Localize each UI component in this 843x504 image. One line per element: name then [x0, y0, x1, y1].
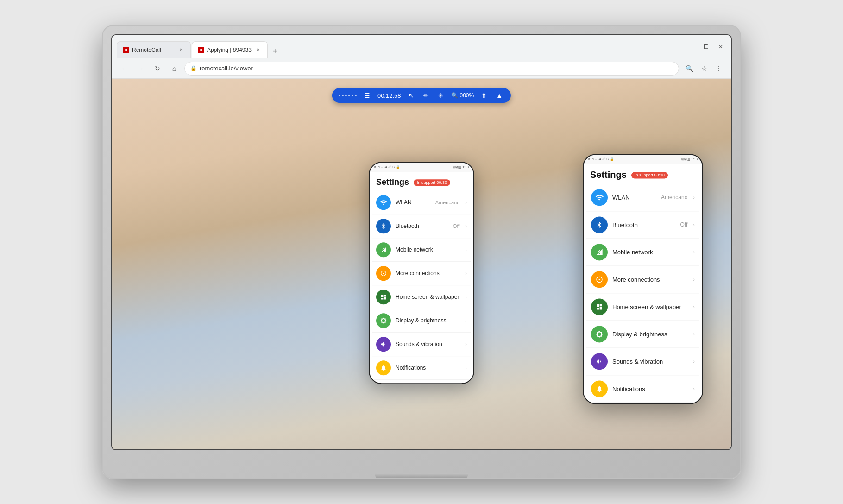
zoom-control: 🔍 000% [451, 92, 474, 99]
settings-item-connections-center[interactable]: More connections › [372, 262, 471, 285]
laptop-shell: R RemoteCall ✕ R Applying | 894933 ✕ + —… [102, 25, 741, 479]
home-nav-button[interactable]: ⌂ [168, 62, 181, 75]
settings-item-display-center[interactable]: Display & brightness › [372, 309, 471, 333]
connections-chevron-center: › [465, 271, 467, 276]
settings-item-display-large[interactable]: Display & brightness › [586, 321, 699, 348]
wlan-chevron-center: › [465, 200, 467, 205]
connections-label-center: More connections [396, 270, 460, 277]
sounds-chevron-center: › [465, 341, 467, 347]
sounds-chevron-large: › [693, 359, 695, 364]
display-label-large: Display & brightness [612, 331, 688, 338]
grip-dot-6 [355, 94, 357, 96]
wlan-icon-large [591, 189, 608, 206]
settings-item-notifications-center[interactable]: Notifications › [372, 356, 471, 380]
wlan-value-center: Americano [435, 200, 460, 205]
tab-label-applying: Applying | 894933 [207, 47, 252, 53]
settings-item-homescreen-large[interactable]: Home screen & wallpaper › [586, 293, 699, 321]
minimize-button[interactable]: — [686, 41, 697, 52]
settings-item-sounds-center[interactable]: Sounds & vibration › [372, 333, 471, 356]
settings-title-center: Settings [376, 177, 409, 187]
settings-item-notifications-large[interactable]: Notifications › [586, 375, 699, 403]
window-controls: — ⧠ ✕ [686, 41, 726, 52]
notifications-chevron-large: › [693, 386, 695, 391]
pen-icon-button[interactable]: ✏ [422, 91, 431, 100]
homescreen-icon-large [591, 298, 608, 315]
mobile-chevron-large: › [693, 249, 695, 255]
phone-screen-center: Settings In support 00:30 WLAN Americano… [370, 172, 473, 383]
chrome-tab-bar: R RemoteCall ✕ R Applying | 894933 ✕ + —… [112, 35, 731, 58]
phone-status-bar-center: K₁²G₄ ᵥ4 ☄ G 🔒 ⊞⊠◫ 1:13 [370, 163, 473, 172]
settings-item-wlan-large[interactable]: WLAN Americano › [586, 184, 699, 211]
notifications-icon-center [376, 360, 391, 375]
mobile-label-large: Mobile network [612, 249, 688, 256]
maximize-button[interactable]: ⧠ [700, 41, 711, 52]
connections-icon-center [376, 266, 391, 281]
cursor-icon-button[interactable]: ↖ [407, 91, 416, 100]
lock-icon: 🔒 [190, 65, 197, 71]
bookmark-button[interactable]: ☆ [698, 62, 711, 75]
toolbar-grip[interactable] [339, 94, 357, 96]
highlight-icon-button[interactable]: ✳ [436, 91, 446, 100]
mobile-label-center: Mobile network [396, 246, 460, 253]
settings-list-center: WLAN Americano › Bluetooth Off › [370, 191, 473, 383]
settings-item-homescreen-center[interactable]: Home screen & wallpaper › [372, 285, 471, 309]
phone-settings-header-center: Settings In support 00:30 [370, 172, 473, 191]
wlan-chevron-large: › [693, 195, 695, 200]
status-bar-left-large: K₁²G₄ ᵥ4 ☄ G 🔒 [588, 158, 614, 161]
settings-item-bluetooth-center[interactable]: Bluetooth Off › [372, 214, 471, 238]
display-icon-center [376, 313, 391, 328]
phone-mockup-large: K₁²G₄ ᵥ4 ☄ G 🔒 ⊞⊠◫ 1:13 Settings In supp… [583, 154, 703, 404]
settings-item-mobile-large[interactable]: Mobile network › [586, 239, 699, 266]
grip-dot-1 [339, 94, 340, 96]
phone-screen-large: Settings In support 00:38 WLAN Americano… [584, 164, 702, 403]
network-status-center: G 🔒 [392, 165, 400, 169]
wlan-icon-center [376, 195, 391, 210]
bluetooth-icon-center [376, 219, 391, 233]
tab-applying[interactable]: R Applying | 894933 ✕ [192, 41, 268, 58]
grip-dot-5 [352, 94, 353, 96]
mobile-chevron-center: › [465, 247, 467, 252]
settings-item-bluetooth-large[interactable]: Bluetooth Off › [586, 211, 699, 239]
refresh-button[interactable]: ↻ [151, 62, 164, 75]
in-support-badge-large: In support 00:38 [631, 172, 668, 178]
phone-mockup-center: K₁²G₄ ᵥ4 ☄ G 🔒 ⊞⊠◫ 1:13 Settings In supp… [369, 162, 474, 384]
new-tab-button[interactable]: + [269, 45, 282, 58]
notifications-label-center: Notifications [396, 365, 460, 371]
tab-close-applying[interactable]: ✕ [254, 46, 262, 54]
settings-item-sounds-large[interactable]: Sounds & vibration › [586, 348, 699, 375]
zoom-value: 000% [460, 92, 474, 99]
sounds-label-center: Sounds & vibration [396, 341, 460, 347]
status-bar-right-large: ⊞⊠◫ 1:13 [681, 158, 698, 161]
signal-text-large: K₁²G₄ ᵥ4 [588, 158, 601, 161]
grip-dot-3 [345, 94, 347, 96]
settings-item-connections-large[interactable]: More connections › [586, 266, 699, 293]
settings-list-large: WLAN Americano › Bluetooth Off › [584, 184, 702, 403]
settings-item-wlan-center[interactable]: WLAN Americano › [372, 191, 471, 214]
display-chevron-center: › [465, 318, 467, 323]
forward-button[interactable]: → [134, 62, 147, 75]
tab-remotecall[interactable]: R RemoteCall ✕ [117, 41, 191, 58]
connections-chevron-large: › [693, 277, 695, 282]
bluetooth-chevron-large: › [693, 222, 695, 227]
phone-status-bar-large: K₁²G₄ ᵥ4 ☄ G 🔒 ⊞⊠◫ 1:13 [584, 155, 702, 164]
connections-icon-large [591, 271, 608, 288]
battery-status-large: ⊞⊠◫ 1:13 [681, 158, 698, 161]
address-bar[interactable]: 🔒 remotecall.io/viewer [184, 62, 679, 76]
menu-icon-button[interactable]: ☰ [362, 91, 372, 100]
close-button[interactable]: ✕ [715, 41, 726, 52]
settings-item-biometrics-large[interactable]: Biometrics & password › [586, 403, 699, 403]
bluetooth-icon-large [591, 216, 608, 233]
settings-item-biometrics-center[interactable]: Biometrics & password › [372, 380, 471, 383]
settings-item-mobile-center[interactable]: Mobile network › [372, 238, 471, 262]
share-icon-button[interactable]: ⬆ [479, 91, 489, 100]
back-button[interactable]: ← [118, 62, 131, 75]
connections-label-large: More connections [612, 276, 688, 283]
search-action-button[interactable]: 🔍 [683, 62, 696, 75]
display-label-center: Display & brightness [396, 317, 460, 324]
expand-icon-button[interactable]: ▲ [494, 91, 504, 100]
address-bar-row: ← → ↻ ⌂ 🔒 remotecall.io/viewer 🔍 ☆ ⋮ [112, 58, 731, 79]
bluetooth-value-center: Off [453, 223, 459, 229]
network-status-large: G 🔒 [606, 158, 614, 161]
tab-close-remotecall[interactable]: ✕ [177, 46, 185, 54]
more-options-button[interactable]: ⋮ [712, 62, 725, 75]
